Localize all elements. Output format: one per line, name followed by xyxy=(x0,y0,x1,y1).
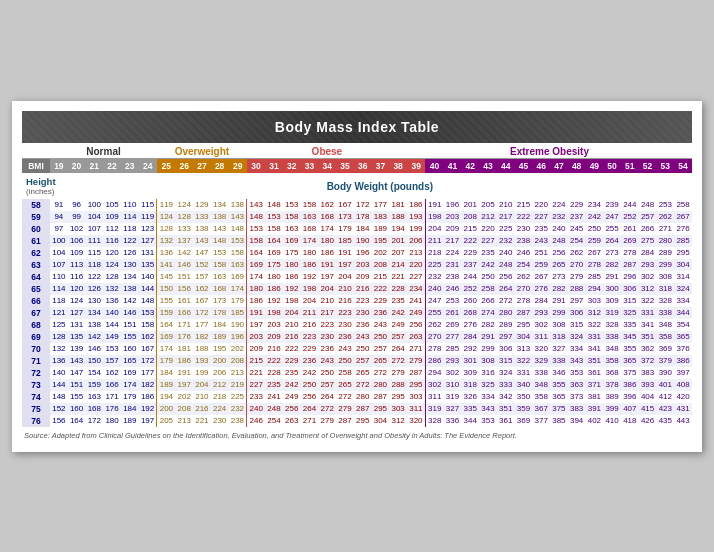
weight-cell: 186 xyxy=(407,199,425,211)
weight-cell: 230 xyxy=(515,223,533,235)
weight-cell: 231 xyxy=(444,259,462,271)
weight-cell: 124 xyxy=(68,295,86,307)
height-cell: 72 xyxy=(22,367,50,379)
weight-cell: 279 xyxy=(389,367,407,379)
weight-cell: 250 xyxy=(301,379,319,391)
weight-cell: 270 xyxy=(425,331,443,343)
weight-cell: 150 xyxy=(85,355,103,367)
weight-cell: 251 xyxy=(532,247,550,259)
weight-cell: 257 xyxy=(354,355,372,367)
weight-cell: 229 xyxy=(568,199,586,211)
weight-cell: 302 xyxy=(532,319,550,331)
weight-cell: 431 xyxy=(674,403,692,415)
weight-cell: 180 xyxy=(265,271,283,283)
weight-cell: 144 xyxy=(103,319,121,331)
weight-cell: 144 xyxy=(50,379,68,391)
weight-cell: 186 xyxy=(175,355,193,367)
weight-cell: 217 xyxy=(318,307,336,319)
weight-cell: 212 xyxy=(479,211,497,223)
weight-cell: 178 xyxy=(211,307,229,319)
weight-cell: 303 xyxy=(389,403,407,415)
weight-cell: 197 xyxy=(139,415,157,427)
weight-cell: 331 xyxy=(515,367,533,379)
weight-cell: 130 xyxy=(121,259,139,271)
weight-cell: 216 xyxy=(265,343,283,355)
height-cell: 68 xyxy=(22,319,50,331)
weight-cell: 230 xyxy=(354,307,372,319)
weight-cell: 287 xyxy=(354,403,372,415)
weight-cell: 219 xyxy=(229,379,247,391)
weight-cell: 180 xyxy=(318,235,336,247)
table-row: 6812513113814415115816417117718419019720… xyxy=(22,319,692,331)
weight-cell: 186 xyxy=(265,283,283,295)
weight-cell: 158 xyxy=(301,199,319,211)
weight-cell: 112 xyxy=(103,223,121,235)
weight-cell: 173 xyxy=(211,295,229,307)
weight-cell: 211 xyxy=(425,235,443,247)
weight-cell: 222 xyxy=(372,283,390,295)
weight-cell: 312 xyxy=(389,415,407,427)
weight-cell: 194 xyxy=(157,391,175,403)
weight-cell: 238 xyxy=(444,271,462,283)
height-cell: 58 xyxy=(22,199,50,211)
weight-cell: 129 xyxy=(193,199,211,211)
weight-cell: 268 xyxy=(461,307,479,319)
weight-cell: 210 xyxy=(283,319,301,331)
weight-cell: 235 xyxy=(389,295,407,307)
weight-cell: 121 xyxy=(50,307,68,319)
weight-cell: 255 xyxy=(603,223,621,235)
weight-cell: 94 xyxy=(50,211,68,223)
weight-cell: 148 xyxy=(139,295,157,307)
weight-cell: 271 xyxy=(407,343,425,355)
weight-cell: 327 xyxy=(550,343,568,355)
weight-cell: 128 xyxy=(175,211,193,223)
weight-cell: 181 xyxy=(389,199,407,211)
weight-cell: 369 xyxy=(515,415,533,427)
weight-cell: 383 xyxy=(568,403,586,415)
weight-cell: 154 xyxy=(85,367,103,379)
weight-cell: 373 xyxy=(568,391,586,403)
weight-cell: 177 xyxy=(372,199,390,211)
weight-cell: 345 xyxy=(621,331,639,343)
weight-cell: 223 xyxy=(354,295,372,307)
weight-cell: 232 xyxy=(425,271,443,283)
weight-cell: 402 xyxy=(586,415,604,427)
category-header-row: Normal Overweight Obese Extreme Obesity xyxy=(22,143,692,159)
weight-cell: 262 xyxy=(568,247,586,259)
weight-cell: 134 xyxy=(121,271,139,283)
weight-cell: 246 xyxy=(444,283,462,295)
weight-cell: 250 xyxy=(354,343,372,355)
weight-cell: 162 xyxy=(193,283,211,295)
weight-cell: 245 xyxy=(568,223,586,235)
weight-cell: 278 xyxy=(425,343,443,355)
weight-cell: 153 xyxy=(139,307,157,319)
weight-cell: 302 xyxy=(444,367,462,379)
weight-cell: 426 xyxy=(639,415,657,427)
weight-cell: 206 xyxy=(211,367,229,379)
weight-cell: 289 xyxy=(656,247,674,259)
weight-cell: 312 xyxy=(639,283,657,295)
weight-cell: 206 xyxy=(407,235,425,247)
weight-cell: 248 xyxy=(639,199,657,211)
table-row: 7515216016817618419220020821622423224024… xyxy=(22,403,692,415)
weight-cell: 176 xyxy=(175,331,193,343)
weight-cell: 284 xyxy=(532,295,550,307)
weight-cell: 209 xyxy=(444,223,462,235)
weight-cell: 163 xyxy=(211,271,229,283)
weight-cell: 202 xyxy=(175,391,193,403)
weight-cell: 265 xyxy=(336,379,354,391)
weight-cell: 318 xyxy=(461,379,479,391)
weight-cell: 336 xyxy=(444,415,462,427)
weight-cell: 303 xyxy=(586,295,604,307)
weight-cell: 234 xyxy=(407,283,425,295)
weight-cell: 286 xyxy=(425,355,443,367)
weight-cell: 174 xyxy=(301,235,319,247)
weight-cell: 271 xyxy=(656,223,674,235)
weight-cell: 131 xyxy=(68,319,86,331)
weight-cell: 279 xyxy=(407,355,425,367)
weight-cell: 318 xyxy=(550,331,568,343)
weight-cell: 279 xyxy=(568,271,586,283)
weight-cell: 236 xyxy=(301,355,319,367)
weight-cell: 167 xyxy=(193,295,211,307)
weight-cell: 177 xyxy=(139,367,157,379)
